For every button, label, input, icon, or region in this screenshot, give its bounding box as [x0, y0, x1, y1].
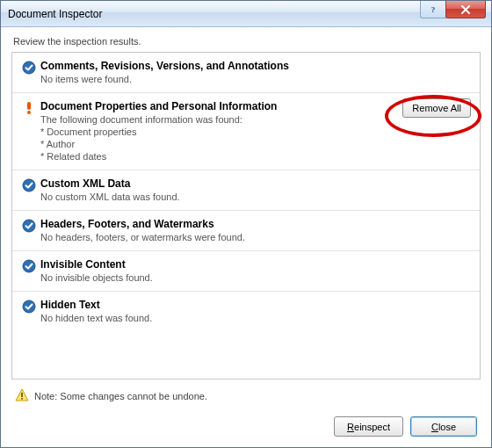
check-icon [21, 60, 37, 85]
dialog-window: Document Inspector ? Review the inspecti… [0, 0, 492, 448]
alert-icon [21, 100, 37, 163]
footer-note-text: Note: Some changes cannot be undone. [34, 391, 207, 401]
window-title: Document Inspector [8, 8, 102, 20]
section-heading: Headers, Footers, and Watermarks [40, 218, 392, 230]
section-body: Custom XML DataNo custom XML data was fo… [37, 177, 471, 203]
section-body: Invisible ContentNo invisible objects fo… [37, 258, 471, 284]
result-section: Hidden TextNo hidden text was found. [12, 292, 480, 331]
titlebar: Document Inspector ? [1, 1, 491, 27]
result-section: Invisible ContentNo invisible objects fo… [12, 251, 480, 292]
section-detail: * Related dates [40, 150, 392, 163]
section-detail: * Document properties [40, 126, 392, 138]
section-desc: No custom XML data was found. [40, 190, 392, 203]
help-icon: ? [429, 5, 438, 14]
results-panel: Comments, Revisions, Versions, and Annot… [11, 52, 481, 379]
section-heading: Document Properties and Personal Informa… [40, 100, 392, 112]
check-icon [21, 258, 37, 284]
section-desc: No items were found. [40, 72, 392, 85]
section-desc: No headers, footers, or watermarks were … [40, 230, 392, 243]
section-desc: No invisible objects found. [40, 271, 392, 284]
section-heading: Hidden Text [40, 299, 392, 311]
close-icon [460, 4, 471, 15]
section-heading: Comments, Revisions, Versions, and Annot… [40, 60, 392, 72]
window-close-button[interactable] [445, 1, 486, 18]
close-button[interactable]: Close [410, 416, 477, 437]
section-heading: Invisible Content [40, 258, 392, 271]
svg-text:?: ? [431, 5, 436, 14]
result-section: Document Properties and Personal Informa… [12, 93, 480, 170]
help-button[interactable]: ? [420, 1, 446, 18]
warning-icon [15, 388, 29, 404]
check-icon [21, 177, 37, 203]
footer-note: Note: Some changes cannot be undone. [11, 379, 481, 411]
result-section: Custom XML DataNo custom XML data was fo… [12, 170, 480, 211]
titlebar-buttons: ? [420, 1, 491, 18]
check-icon [21, 218, 37, 243]
result-section: Headers, Footers, and WatermarksNo heade… [12, 211, 480, 251]
section-detail: * Author [40, 138, 392, 150]
section-body: Comments, Revisions, Versions, and Annot… [37, 60, 471, 85]
section-desc: The following document information was f… [40, 112, 392, 126]
section-heading: Custom XML Data [40, 177, 392, 190]
remove-all-button[interactable]: Remove All [402, 98, 471, 118]
dialog-content: Review the inspection results. Comments,… [1, 27, 491, 447]
section-body: Headers, Footers, and WatermarksNo heade… [37, 218, 471, 243]
svg-rect-9 [21, 398, 23, 400]
reinspect-button[interactable]: Reinspect [334, 416, 403, 437]
svg-rect-8 [21, 393, 23, 397]
section-desc: No hidden text was found. [40, 311, 392, 324]
svg-point-3 [27, 111, 31, 114]
check-icon [21, 299, 37, 324]
section-body: Hidden TextNo hidden text was found. [37, 299, 471, 324]
svg-rect-2 [27, 102, 31, 110]
result-section: Comments, Revisions, Versions, and Annot… [12, 53, 480, 93]
review-label: Review the inspection results. [11, 36, 481, 47]
dialog-button-row: Reinspect Close [11, 411, 481, 447]
